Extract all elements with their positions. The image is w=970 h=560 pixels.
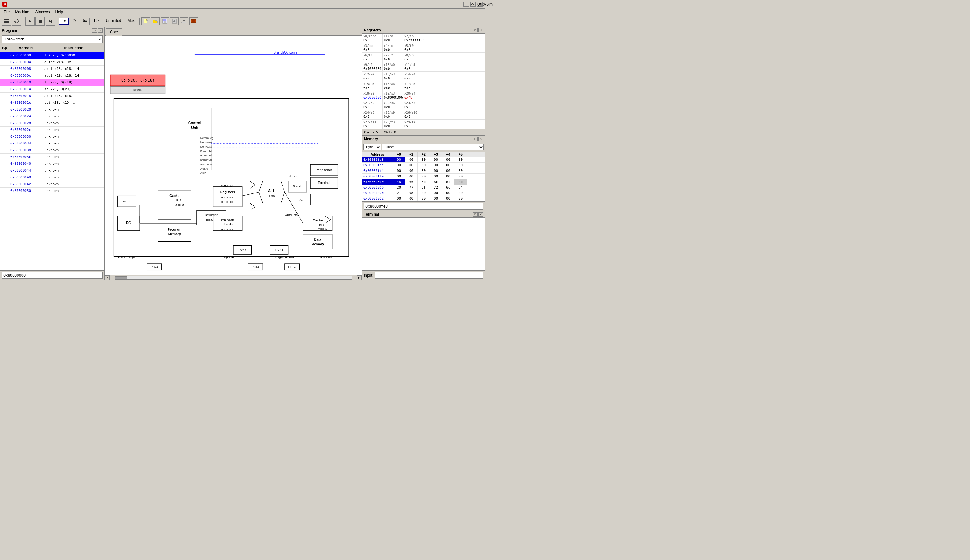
svg-text:AluOut: AluOut: [288, 175, 297, 178]
menu-file[interactable]: File: [1, 9, 12, 15]
terminal-input[interactable]: [375, 272, 483, 279]
minimize-button[interactable]: 🗕: [463, 2, 469, 7]
speed-2x-button[interactable]: 2x: [70, 18, 80, 25]
right-panel: Registers □ ✕ x0/zero 0x0 x1/ra 0x0 x2: [362, 27, 485, 280]
mem-value-cell: 48: [393, 179, 405, 185]
bp-cell: [0, 140, 9, 147]
table-row[interactable]: 0x80000048 unknown: [0, 174, 105, 181]
speed-1x-button[interactable]: 1x: [59, 18, 69, 25]
mem-value-cell: 00: [430, 190, 442, 196]
scrollbar-thumb[interactable]: [115, 276, 127, 279]
menu-windows[interactable]: Windows: [32, 9, 52, 15]
program-close-button[interactable]: ✕: [98, 28, 103, 33]
register-row: x6/t1 0x0 x7/t2 0x0 x8/s0 0x0: [362, 53, 485, 62]
toolbar-run-button[interactable]: [25, 17, 35, 25]
svg-line-94: [242, 192, 259, 196]
registers-float-button[interactable]: □: [473, 28, 478, 32]
toolbar-save-button[interactable]: [160, 17, 169, 25]
table-row[interactable]: 0x8000000c addi x19, x18, 14: [0, 72, 105, 79]
toolbar-export-button[interactable]: [170, 17, 179, 25]
svg-text:BranchVal: BranchVal: [200, 158, 212, 162]
mem-value-cell: 00: [455, 157, 467, 162]
program-panel: Program □ ✕ Follow fetch Bp Address Inst…: [0, 27, 105, 280]
registers-close-button[interactable]: ✕: [478, 28, 483, 32]
memory-type-dropdown[interactable]: Byte Half Word: [363, 143, 381, 150]
memory-close-button[interactable]: ✕: [478, 137, 483, 141]
scrollbar-track[interactable]: [115, 276, 352, 280]
toolbar-settings-button[interactable]: [2, 17, 11, 25]
table-row[interactable]: 0x80000008 addi x18, x18, -4: [0, 66, 105, 72]
speed-unlimited-button[interactable]: Unlimited: [103, 18, 124, 25]
svg-marker-100: [250, 203, 255, 210]
reg-name: x26/s10: [404, 111, 417, 114]
memory-access-dropdown[interactable]: Direct Cache: [382, 143, 484, 150]
menu-machine[interactable]: Machine: [13, 9, 32, 15]
table-row[interactable]: 0x80000018 addi x18, x18, 1: [0, 93, 105, 100]
table-row[interactable]: 0x80000038 unknown: [0, 147, 105, 154]
stalls-label: Stalls: 0: [384, 130, 396, 134]
table-row[interactable]: 0x80000050 unknown: [0, 188, 105, 194]
table-row[interactable]: 0x80000030 unknown: [0, 133, 105, 140]
follow-fetch-dropdown[interactable]: Follow fetch: [2, 35, 103, 43]
speed-10x-button[interactable]: 10x: [91, 18, 102, 25]
table-row[interactable]: 0x80000044 unknown: [0, 167, 105, 174]
scroll-right-arrow[interactable]: ►: [357, 275, 362, 280]
toolbar-reload-button[interactable]: [12, 17, 21, 25]
toolbar-new-button[interactable]: [142, 17, 150, 25]
program-float-button[interactable]: □: [92, 28, 97, 33]
maximize-button[interactable]: 🗗: [470, 2, 476, 7]
terminal-float-button[interactable]: □: [473, 212, 478, 217]
reg-value: 0x0: [384, 124, 390, 128]
terminal-close-button[interactable]: ✕: [478, 212, 483, 217]
reg-value: 0x0: [384, 57, 390, 61]
program-address-bar: [0, 270, 105, 280]
toolbar-brick-button[interactable]: [189, 17, 198, 25]
svg-text:BranchJal: BranchJal: [200, 150, 212, 153]
table-row[interactable]: 0x80000020 unknown: [0, 106, 105, 113]
mem-value-cell: 00: [405, 157, 418, 162]
table-row[interactable]: 0x8000003c unknown: [0, 154, 105, 160]
core-view[interactable]: lb x20, 0(x18) NONE BranchOutcome Contro…: [105, 36, 362, 275]
core-scrollbar-h[interactable]: ◄ ►: [105, 275, 362, 280]
reg-value: 0x0: [404, 57, 410, 61]
table-row[interactable]: 0x80000040 unknown: [0, 160, 105, 167]
instruction-cell: unknown: [43, 181, 105, 187]
reg-name: x10/a0: [384, 63, 395, 67]
mem-addr-cell: 0x80000ffa: [362, 174, 393, 179]
svg-text:PC+4: PC+4: [123, 200, 131, 203]
tab-core[interactable]: Core: [106, 28, 122, 36]
mem-value-cell: 00: [418, 168, 430, 173]
toolbar-open-button[interactable]: [151, 17, 160, 25]
reg-value: 0x0: [404, 115, 410, 118]
reg-cell: x14/a4 0x0: [403, 72, 424, 81]
table-row[interactable]: 0x8000001c blt x18, x19, …: [0, 100, 105, 106]
table-row[interactable]: 0x8000004c unknown: [0, 181, 105, 188]
table-row[interactable]: 0x80000028 unknown: [0, 120, 105, 127]
table-row[interactable]: 0x80000004 auipc x18, 0x1: [0, 59, 105, 66]
scroll-left-arrow[interactable]: ◄: [105, 275, 110, 280]
registers-table: x0/zero 0x0 x1/ra 0x0 x2/sp 0xbfffff00 x…: [362, 33, 485, 129]
table-row[interactable]: 0x80000014 sb x20, 0(x9): [0, 86, 105, 93]
toolbar-pause-button[interactable]: [35, 17, 45, 25]
table-row[interactable]: 0x80000034 unknown: [0, 140, 105, 147]
reg-name: x17/a7: [404, 82, 415, 86]
table-row[interactable]: 0x80000000 lui x9, 0x10000: [0, 52, 105, 59]
speed-5x-button[interactable]: 5x: [80, 18, 90, 25]
toolbar-step-button[interactable]: [46, 17, 55, 25]
table-row[interactable]: 0x80000024 unknown: [0, 113, 105, 120]
svg-rect-0: [4, 19, 8, 20]
memory-row: 0x80001012000000000000: [362, 196, 485, 202]
table-row[interactable]: 0x80000010 lb x20, 0(x18): [0, 79, 105, 86]
table-row[interactable]: 0x8000002c unknown: [0, 127, 105, 133]
svg-text:Terminal: Terminal: [318, 181, 330, 185]
toolbar-download-button[interactable]: [180, 17, 188, 25]
speed-max-button[interactable]: Max: [125, 18, 137, 25]
reg-cell: x11/a1 0x0: [403, 62, 424, 72]
program-table[interactable]: 0x80000000 lui x9, 0x10000 0x80000004 au…: [0, 52, 105, 270]
program-address-input[interactable]: [2, 272, 103, 279]
svg-marker-99: [250, 181, 255, 188]
svg-text:Control: Control: [188, 121, 201, 125]
memory-float-button[interactable]: □: [473, 137, 478, 141]
memory-address-input[interactable]: [364, 203, 483, 210]
menu-help[interactable]: Help: [53, 9, 65, 15]
